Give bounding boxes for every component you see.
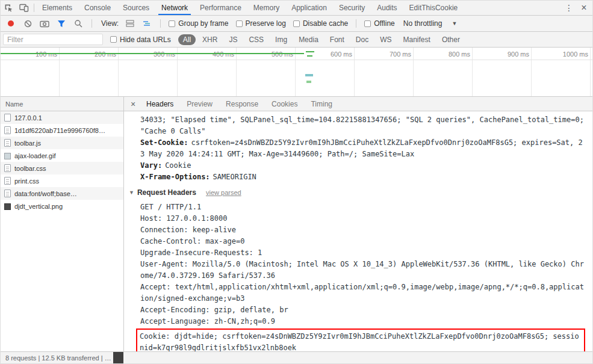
filter-pill[interactable]: JS (224, 34, 242, 45)
response-header-line: Vary:Cookie (140, 160, 586, 171)
scrollbar-corner (113, 352, 123, 363)
request-name: 1d1df6220ab711e9996760f8… (14, 127, 105, 134)
filter-pill[interactable]: WS (375, 34, 396, 45)
details-tab[interactable]: Headers (140, 97, 180, 111)
filter-pill[interactable]: All (178, 34, 196, 45)
device-toolbar-button[interactable] (16, 1, 32, 15)
request-header-line: Upgrade-Insecure-Requests: 1 (140, 247, 586, 259)
search-button[interactable] (73, 18, 84, 29)
panel-tab[interactable]: Application (285, 1, 333, 15)
request-row[interactable]: data:font/woff;base… (1, 187, 123, 200)
toolbar-checkbox[interactable]: Group by frame (169, 19, 228, 28)
request-row[interactable]: toolbar.css (1, 162, 123, 174)
capture-screenshots-button[interactable] (39, 18, 50, 29)
inspect-element-button[interactable] (1, 1, 16, 15)
panel-tab[interactable]: Elements (36, 1, 78, 15)
panel-tab[interactable]: Performance (194, 1, 247, 15)
toolbar-checkbox[interactable]: Preserve log (236, 19, 286, 28)
filter-pill[interactable]: XHR (197, 34, 222, 45)
response-header-line: X-Frame-Options:SAMEORIGIN (140, 171, 586, 183)
checkbox-icon (364, 20, 371, 27)
network-filter-bar: Hide data URLs AllXHRJSCSSImgMediaFontDo… (1, 32, 592, 48)
name-column-header[interactable]: Name (1, 97, 123, 111)
panel-tab[interactable]: Security (333, 1, 371, 15)
panel-tab[interactable]: Console (78, 1, 117, 15)
request-row[interactable]: print.css (1, 174, 123, 187)
request-headers-section-header[interactable]: ▼ Request Headers view parsed (129, 187, 586, 199)
disclosure-triangle-icon[interactable]: ▼ (129, 187, 134, 199)
request-name: print.css (14, 177, 39, 185)
response-header-line: Set-Cookie:csrftoken=z4sDnWBZDz5Y9zIvr0m… (140, 137, 586, 160)
filter-pill[interactable]: Other (437, 34, 465, 45)
panel-tab[interactable]: Audits (371, 1, 403, 15)
offline-label: Offline (374, 19, 394, 28)
filter-pill[interactable]: Img (270, 34, 292, 45)
filter-toggle-button[interactable] (56, 18, 67, 29)
resource-type-icon (4, 203, 11, 210)
list-rows-icon (126, 20, 134, 27)
view-label: View: (101, 19, 119, 28)
filter-pill[interactable]: Manifest (399, 34, 435, 45)
checkbox-icon (293, 20, 300, 27)
more-options-icon[interactable]: ⋮ (562, 3, 576, 13)
request-row[interactable]: ajax-loader.gif (1, 149, 123, 162)
request-headers-title: Request Headers (137, 187, 196, 199)
checkbox-icon (110, 36, 117, 43)
request-header-line: User-Agent: Mozilla/5.0 (Macintosh; Inte… (140, 259, 586, 282)
details-tab[interactable]: Cookies (265, 97, 304, 111)
header-name: X-Frame-Options: (140, 173, 210, 181)
details-tab-strip: × HeadersPreviewResponseCookiesTiming (124, 97, 592, 111)
large-request-rows-toggle[interactable] (125, 18, 135, 29)
hide-data-urls-checkbox[interactable]: Hide data URLs (110, 35, 171, 44)
header-name: Set-Cookie: (140, 138, 188, 147)
request-row[interactable]: 1d1df6220ab711e9996760f8… (1, 124, 123, 137)
panel-tab[interactable]: Network (155, 1, 194, 15)
close-devtools-icon[interactable]: × (576, 2, 592, 13)
details-tab[interactable]: Preview (180, 97, 219, 111)
details-tab[interactable]: Timing (304, 97, 339, 111)
show-overview-toggle[interactable] (141, 18, 152, 29)
timeline-tick-label: 700 ms (355, 48, 414, 60)
view-parsed-link[interactable]: view parsed (206, 187, 241, 199)
throttling-select[interactable]: No throttling ▼ (401, 19, 460, 28)
request-row[interactable]: djdt_vertical.png (1, 200, 123, 212)
toolbar-checkbox[interactable]: Disable cache (293, 19, 348, 28)
timeline-tick-label: 600 ms (296, 48, 355, 60)
device-toolbar-icon (19, 4, 29, 12)
timeline-tick-label: 900 ms (473, 48, 532, 60)
inspect-cursor-icon (4, 4, 13, 13)
panel-tab[interactable]: Sources (117, 1, 155, 15)
request-header-line: Accept: text/html,application/xhtml+xml,… (140, 282, 586, 304)
overview-request-bar (307, 55, 312, 57)
toolbar-checkboxes: Group by frame Preserve log Disable cach… (169, 19, 348, 28)
filter-pill[interactable]: Font (325, 34, 349, 45)
filter-input[interactable] (3, 34, 103, 45)
request-name: data:font/woff;base… (14, 190, 77, 197)
filter-pill[interactable]: CSS (244, 34, 269, 45)
offline-checkbox[interactable]: Offline (364, 19, 394, 28)
request-list: 127.0.0.1 1d1df6220ab711e9996760f8… tool… (1, 111, 123, 351)
clear-icon (24, 20, 32, 28)
filter-pill[interactable]: Doc (351, 34, 373, 45)
checkbox-icon (169, 20, 175, 27)
request-row[interactable]: 127.0.0.1 (1, 111, 123, 124)
hide-data-urls-label: Hide data URLs (120, 35, 171, 44)
toolbar-divider (356, 19, 356, 28)
details-tab[interactable]: Response (219, 97, 265, 111)
timeline-tick-label: 800 ms (414, 48, 473, 60)
checkbox-label: Preserve log (246, 19, 286, 28)
request-header-line: GET / HTTP/1.1 (140, 202, 586, 213)
clear-network-log-button[interactable] (22, 18, 33, 29)
close-details-icon[interactable]: × (126, 99, 140, 109)
header-value: SAMEORIGIN (213, 173, 256, 181)
panel-tab[interactable]: EditThisCookie (403, 1, 464, 15)
search-icon (74, 19, 82, 28)
waterfall-request-bar (305, 74, 313, 76)
request-details-pane: × HeadersPreviewResponseCookiesTiming 34… (124, 97, 592, 351)
record-network-log-button[interactable] (5, 18, 16, 29)
network-overview-timeline[interactable]: 100 ms200 ms300 ms400 ms500 ms600 ms700 … (1, 48, 592, 97)
panel-tab[interactable]: Memory (247, 1, 285, 15)
request-row[interactable]: toolbar.js (1, 137, 123, 149)
request-header-line: Accept-Encoding: gzip, deflate, br (140, 304, 586, 316)
filter-pill[interactable]: Media (294, 34, 323, 45)
